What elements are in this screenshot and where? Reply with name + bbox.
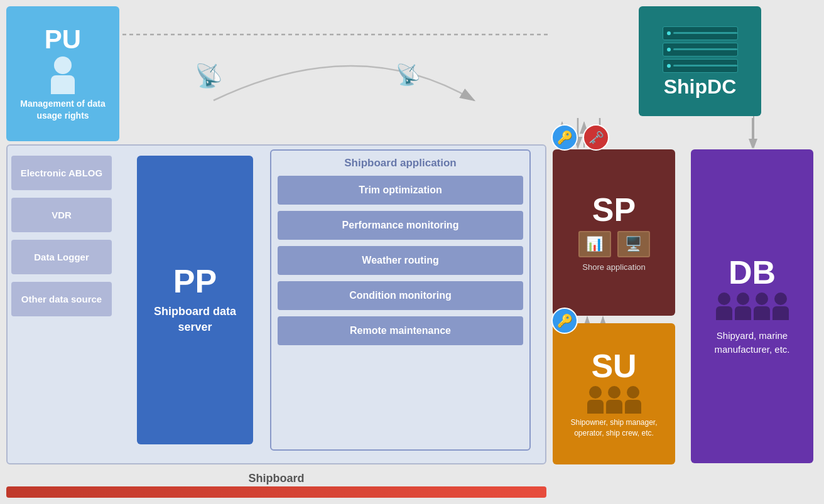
key-blue-icon: 🔑 <box>551 124 578 151</box>
su-box: SU Shipowner, ship manager, operator, sh… <box>553 323 675 464</box>
key-red-icon: 🗝️ <box>583 124 609 151</box>
shipdc-box: ShipDC <box>639 6 761 116</box>
app-performance-monitoring: Performance monitoring <box>278 211 523 240</box>
app-remote-maintenance: Remote maintenance <box>278 316 523 345</box>
app-trim-optimization: Trim optimization <box>278 176 523 205</box>
sp-box: SP 📊 🖥️ Shore application <box>553 149 675 316</box>
sp-icons: 📊 🖥️ <box>578 231 650 257</box>
sp-gauge-icon: 🖥️ <box>617 231 650 257</box>
sp-sub-text: Shore application <box>582 262 645 272</box>
pu-person-icon <box>51 56 75 94</box>
diagram: PU Management of data usage rights ShipD… <box>0 0 824 504</box>
su-label: SU <box>591 350 636 382</box>
apps-box-title: Shipboard application <box>278 157 523 169</box>
db-sub-text: Shipyard, marine manufacturer, etc. <box>698 329 806 357</box>
apps-box: Shipboard application Trim optimization … <box>270 149 531 451</box>
key-blue2-icon: 🔑 <box>551 308 578 334</box>
db-people-icons <box>716 292 789 320</box>
data-source-electronic-ablog: Electronic ABLOG <box>11 156 112 190</box>
sp-label: SP <box>592 193 636 226</box>
satellite-left-icon: 📡 <box>195 63 223 89</box>
pp-box: PP Shipboard data server <box>137 156 253 444</box>
db-label: DB <box>729 256 776 289</box>
sp-chart-icon: 📊 <box>578 231 611 257</box>
su-people-icons <box>587 386 641 414</box>
app-condition-monitoring: Condition monitoring <box>278 281 523 310</box>
db-box: DB Shipyard, marine manufacturer, etc. <box>691 149 813 463</box>
pu-box: PU Management of data usage rights <box>6 6 119 141</box>
red-bar <box>6 486 546 498</box>
data-source-data-logger: Data Logger <box>11 240 112 274</box>
su-sub-text: Shipowner, ship manager, operator, ship … <box>559 417 669 439</box>
data-source-vdr: VDR <box>11 198 112 232</box>
app-weather-routing: Weather routing <box>278 246 523 275</box>
pu-sub-text: Management of data usage rights <box>13 98 113 121</box>
satellite-right-icon: 📡 <box>396 63 421 87</box>
pu-label: PU <box>45 26 81 53</box>
shipdc-label: ShipDC <box>664 77 737 97</box>
pp-label: PP <box>173 265 217 298</box>
data-sources-list: Electronic ABLOG VDR Data Logger Other d… <box>11 156 112 316</box>
shipboard-label: Shipboard <box>6 472 546 485</box>
data-source-other: Other data source <box>11 282 112 316</box>
pp-sub-text: Shipboard data server <box>143 304 247 335</box>
server-stack-icon <box>663 26 738 73</box>
